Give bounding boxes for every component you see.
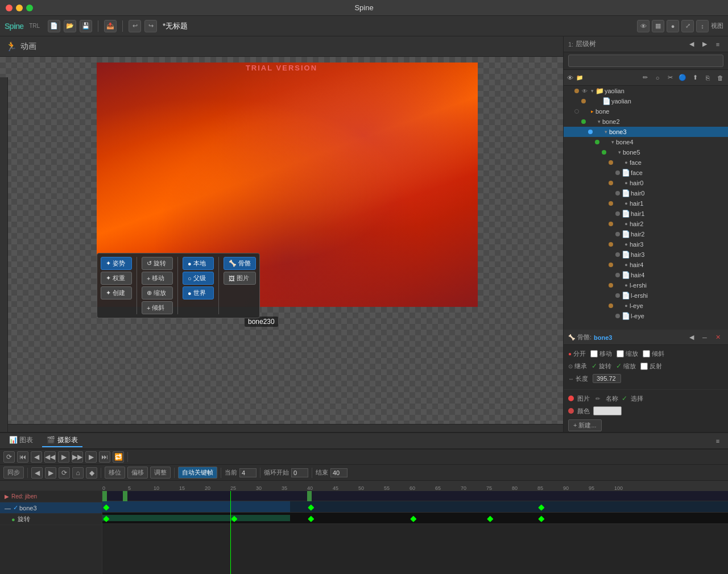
tree-add-btn[interactable]: ✏	[639, 72, 651, 84]
list-item[interactable]: ● face	[564, 157, 728, 168]
close-button[interactable]	[6, 5, 13, 11]
track-label-rotate[interactable]: ● 旋转	[0, 514, 102, 525]
tree-area[interactable]: 👁 ▾ 📁 yaolian 📄 yaolian ▸ bone	[564, 86, 728, 330]
open-file-button[interactable]: 📂	[64, 20, 76, 32]
canvas-area[interactable]: TRIAL VERSION bone230 ✦ 姿势 ✦ 权重	[0, 57, 563, 432]
view-toggle-1[interactable]: 👁	[637, 20, 650, 32]
list-item[interactable]: ● hair2	[564, 219, 728, 229]
export-button[interactable]: 📤	[104, 20, 117, 32]
list-item[interactable]: ▾ bone2	[564, 117, 728, 127]
world-button[interactable]: ● 世界	[183, 286, 214, 300]
tree-filter-btn[interactable]: 🔵	[677, 72, 688, 84]
tl-tool-3[interactable]: ⟳	[59, 467, 70, 479]
play-back-button[interactable]: ◀◀	[44, 451, 56, 463]
image-mode-button[interactable]: 🖼 图片	[224, 272, 256, 285]
new-button[interactable]: + 新建...	[568, 419, 602, 431]
tab-dopesheet[interactable]: 🎬 摄影表	[42, 434, 82, 447]
list-item[interactable]: 📄 yaolian	[564, 96, 728, 106]
step-forward-button[interactable]: ▶	[85, 451, 97, 463]
sync-button[interactable]: ⟳	[3, 451, 15, 463]
list-item[interactable]: ▾ bone3	[564, 127, 728, 137]
view-toggle-3[interactable]: ●	[667, 20, 679, 32]
search-input[interactable]	[568, 55, 723, 67]
save-file-button[interactable]: 💾	[80, 20, 92, 32]
timeline-panel-menu[interactable]: ≡	[712, 435, 723, 447]
list-item[interactable]: 📄 face	[564, 168, 728, 178]
tl-tool-4[interactable]: ⌂	[72, 467, 84, 479]
timeline-playhead[interactable]	[230, 491, 231, 574]
keyframe-rotate-60[interactable]	[410, 515, 416, 522]
list-item[interactable]: 📄 hair2	[564, 229, 728, 239]
bone-mode-button[interactable]: 🦴 骨骼	[224, 257, 256, 270]
list-item[interactable]: ● l-eye	[564, 301, 728, 311]
step-back-button[interactable]: ◀	[31, 451, 42, 463]
shift-tool-btn[interactable]: 偏移	[127, 467, 148, 479]
slant-button[interactable]: + 倾斜	[142, 301, 173, 314]
panel-nav-left[interactable]: ◀	[686, 39, 697, 50]
keyframe-bone3-95[interactable]	[538, 504, 544, 510]
new-file-button[interactable]: 📄	[48, 20, 60, 32]
move-checkbox[interactable]	[590, 350, 598, 357]
current-frame-input[interactable]	[239, 468, 257, 477]
scale-button[interactable]: ⊕ 缩放	[142, 286, 173, 300]
minimize-button[interactable]	[16, 5, 23, 11]
tl-tool-5[interactable]: ◆	[86, 467, 97, 479]
panel-nav-right[interactable]: ▶	[699, 39, 710, 50]
rotate-button[interactable]: ↺ 旋转	[142, 257, 173, 270]
color-swatch[interactable]	[593, 406, 622, 415]
visibility-icon[interactable]: 👁	[566, 74, 574, 82]
list-item[interactable]: ● hair1	[564, 198, 728, 209]
list-item[interactable]: 📄 hair0	[564, 188, 728, 198]
move-tool-btn[interactable]: 移位	[105, 467, 125, 479]
view-toggle-2[interactable]: ▦	[652, 20, 664, 32]
loop-start-input[interactable]	[291, 468, 308, 477]
list-item[interactable]: ▸ bone	[564, 106, 728, 117]
bone-props-minimize[interactable]: ─	[699, 332, 710, 343]
keyframe-rotate-75[interactable]	[487, 515, 493, 522]
play-button[interactable]: ▶	[58, 451, 69, 463]
track-label-bone3[interactable]: — ✓ bone3	[0, 502, 102, 514]
list-item[interactable]: 📄 hair3	[564, 249, 728, 260]
sync-tool-btn[interactable]: 同步	[3, 467, 24, 479]
list-item[interactable]: ● hair3	[564, 239, 728, 249]
play-next-button[interactable]: ⏭	[99, 451, 110, 463]
end-frame-input[interactable]	[330, 468, 348, 477]
redo-button[interactable]: ↪	[144, 20, 157, 32]
tree-copy-btn[interactable]: ⎘	[702, 72, 713, 84]
list-item[interactable]: ▾ bone5	[564, 147, 728, 157]
tab-chart[interactable]: 📊 图表	[5, 434, 38, 447]
maximize-button[interactable]	[26, 5, 33, 11]
list-item[interactable]: 📄 l-ershi	[564, 290, 728, 301]
view-toggle-4[interactable]: ⤢	[681, 20, 694, 32]
weight-button[interactable]: ✦ 权重	[101, 272, 132, 285]
list-item[interactable]: ● hair4	[564, 260, 728, 270]
timeline-tracks[interactable]	[102, 491, 728, 574]
list-item[interactable]: ● l-ershi	[564, 280, 728, 290]
list-item[interactable]: ● hair0	[564, 178, 728, 188]
create-button[interactable]: ✦ 创建	[101, 286, 132, 300]
keyframe-bone3-40[interactable]	[308, 504, 314, 510]
view-toggle-5[interactable]: ↕	[696, 20, 709, 32]
rotate-track[interactable]	[102, 513, 728, 524]
bone3-track[interactable]	[102, 501, 728, 513]
list-item[interactable]: 📄 hair4	[564, 270, 728, 280]
parent-button[interactable]: ○ 父级	[183, 272, 214, 285]
move-button[interactable]: + 移动	[142, 272, 173, 285]
tree-sort-btn[interactable]: ⬆	[689, 72, 701, 84]
local-button[interactable]: ● 本地	[183, 257, 214, 270]
reflect-checkbox[interactable]	[640, 363, 648, 370]
tree-move-btn[interactable]: ✂	[664, 72, 676, 84]
undo-button[interactable]: ↩	[129, 20, 141, 32]
keyframe-rotate-85[interactable]	[538, 515, 544, 522]
tree-delete-btn[interactable]: 🗑	[714, 72, 726, 84]
tl-tool-1[interactable]: ◀	[31, 467, 43, 479]
list-item[interactable]: 📄 l-eye	[564, 311, 728, 321]
folder-icon[interactable]: 📁	[576, 74, 584, 82]
scale-checkbox[interactable]	[617, 350, 624, 357]
panel-menu[interactable]: ≡	[712, 39, 723, 50]
play-prev-button[interactable]: ⏮	[17, 451, 28, 463]
adjust-tool-btn[interactable]: 调整	[150, 467, 171, 479]
play-forward-button[interactable]: ▶▶	[72, 451, 83, 463]
loop-button[interactable]: 🔁	[113, 451, 124, 463]
list-item[interactable]: 📄 hair1	[564, 209, 728, 219]
